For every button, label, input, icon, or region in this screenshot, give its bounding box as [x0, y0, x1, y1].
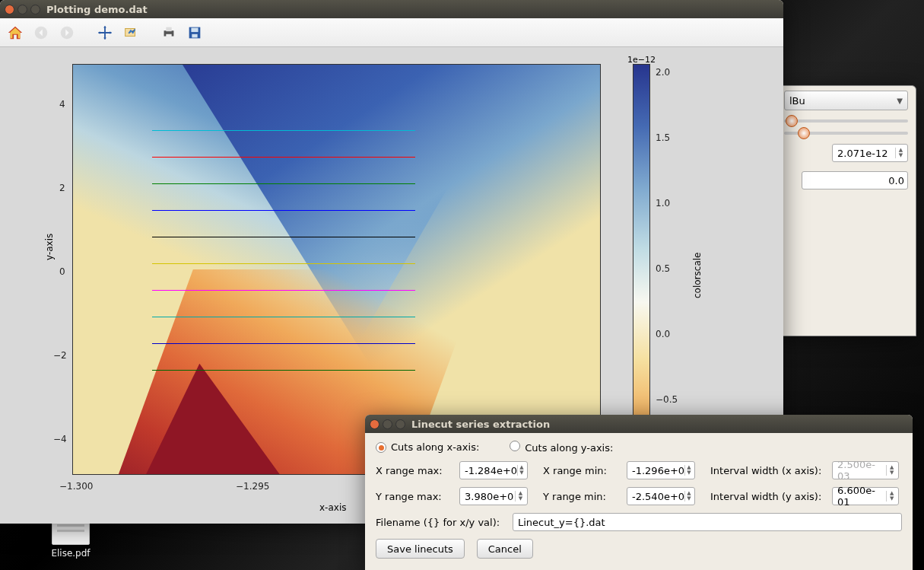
close-icon[interactable]: [370, 419, 379, 429]
interval-y-input[interactable]: 6.600e-01▲▼: [832, 487, 899, 505]
filename-input[interactable]: Linecut_y={}.dat: [513, 513, 902, 531]
spinner-icon[interactable]: ▲▼: [517, 465, 524, 476]
radio-icon: [510, 441, 520, 451]
y-tick: 2: [59, 183, 65, 193]
interval-y-label: Interval width (y axis):: [710, 491, 824, 502]
spinner-icon[interactable]: ▲▼: [684, 491, 691, 502]
save-linecuts-button[interactable]: Save linecuts: [376, 539, 465, 559]
minimize-icon[interactable]: [17, 5, 27, 14]
x-tick: −1.295: [236, 481, 269, 492]
spinner-icon[interactable]: ▲▼: [886, 491, 895, 502]
linecut-line: [152, 370, 416, 371]
chevron-down-icon: ▼: [897, 97, 903, 105]
colormap-value: lBu: [789, 95, 805, 107]
pan-icon[interactable]: [94, 22, 116, 43]
slider-1[interactable]: [784, 119, 908, 123]
desktop: Elise.pdf lBu ▼ 2.071e-12 ▲▼ 0.0: [0, 0, 924, 570]
y-range-min-label: Y range min:: [543, 491, 619, 502]
colorbar: [633, 64, 650, 475]
cancel-button[interactable]: Cancel: [477, 539, 533, 559]
spinner-icon: ▲▼: [886, 465, 895, 476]
heatmap: [73, 65, 600, 474]
x-range-max-input[interactable]: -1.284e+0▲▼: [459, 461, 528, 479]
value1-input[interactable]: 2.071e-12 ▲▼: [832, 144, 908, 162]
spinner-icon[interactable]: ▲▼: [515, 491, 524, 502]
forward-icon: [56, 22, 78, 43]
svg-rect-8: [192, 33, 197, 37]
linecut-line: [152, 290, 416, 291]
linecut-line: [152, 210, 416, 211]
linecut-line: [152, 183, 416, 184]
spinner-icon[interactable]: ▲▼: [684, 465, 691, 476]
colormap-combo[interactable]: lBu ▼: [784, 91, 908, 110]
linecut-line: [152, 317, 416, 317]
y-range-max-input[interactable]: 3.980e+0▲▼: [459, 487, 528, 505]
filename-label: Filename ({} for x/y val):: [376, 517, 505, 528]
svg-rect-7: [191, 27, 198, 32]
y-range-max-label: Y range max:: [376, 491, 452, 502]
y-axis-label: y-axis: [44, 234, 55, 260]
y-tick: −4: [53, 434, 67, 444]
slider-thumb[interactable]: [798, 127, 810, 139]
svg-rect-5: [166, 33, 171, 38]
maximize-icon[interactable]: [395, 419, 405, 429]
radio-cuts-x[interactable]: Cuts along x-axis:: [376, 441, 479, 454]
y-tick: −2: [53, 350, 67, 361]
cbar-tick: 1.0: [656, 198, 670, 209]
file-label: Elise.pdf: [44, 548, 97, 559]
heatmap-axes[interactable]: [72, 64, 601, 475]
linecut-line: [152, 157, 416, 158]
print-icon[interactable]: [158, 22, 179, 43]
svg-rect-4: [166, 27, 171, 31]
minimize-icon[interactable]: [383, 419, 392, 429]
zoom-icon[interactable]: [120, 22, 141, 43]
slider-thumb[interactable]: [786, 115, 798, 127]
dialog-title: Linecut series extraction: [411, 419, 908, 430]
cbar-tick: 1.5: [656, 132, 670, 143]
cbar-tick: 2.0: [656, 67, 670, 78]
close-icon[interactable]: [5, 5, 14, 14]
cbar-tick: 0.5: [656, 263, 670, 274]
save-icon[interactable]: [184, 22, 205, 43]
titlebar[interactable]: Plotting demo.dat: [0, 0, 783, 18]
plot-toolbar: [0, 18, 783, 47]
radio-icon: [376, 442, 386, 453]
interval-x-label: Interval width (x axis):: [710, 465, 824, 476]
x-range-min-label: X range min:: [543, 465, 619, 476]
x-tick: −1.300: [59, 481, 93, 492]
back-icon: [30, 22, 52, 43]
linecut-dialog: Linecut series extraction Cuts along x-a…: [365, 415, 913, 570]
slider-2[interactable]: [784, 132, 908, 135]
x-axis-label: x-axis: [319, 502, 346, 513]
settings-panel: lBu ▼ 2.071e-12 ▲▼ 0.0: [776, 85, 916, 336]
cbar-tick: 0.0: [656, 329, 670, 339]
linecut-line: [152, 343, 416, 344]
y-range-min-input[interactable]: -2.540e+0▲▼: [627, 487, 695, 505]
radio-cuts-y[interactable]: Cuts along y-axis:: [510, 441, 613, 454]
linecut-line: [152, 130, 416, 131]
linecut-line: [152, 263, 416, 264]
window-title: Plotting demo.dat: [46, 4, 779, 15]
maximize-icon[interactable]: [30, 5, 40, 14]
linecut-line: [152, 237, 416, 237]
interval-x-input: 2.500e-03▲▼: [832, 461, 899, 479]
y-tick: 4: [59, 99, 65, 110]
home-icon[interactable]: [5, 22, 26, 43]
colorbar-label: colorscale: [692, 253, 703, 298]
spinner-icon[interactable]: ▲▼: [895, 148, 904, 158]
x-range-max-label: X range max:: [376, 465, 452, 476]
y-tick: 0: [59, 266, 65, 277]
value2-input[interactable]: 0.0: [802, 171, 908, 189]
cbar-tick: −0.5: [656, 394, 678, 405]
x-range-min-input[interactable]: -1.296e+0▲▼: [627, 461, 695, 479]
dialog-titlebar[interactable]: Linecut series extraction: [365, 415, 913, 433]
